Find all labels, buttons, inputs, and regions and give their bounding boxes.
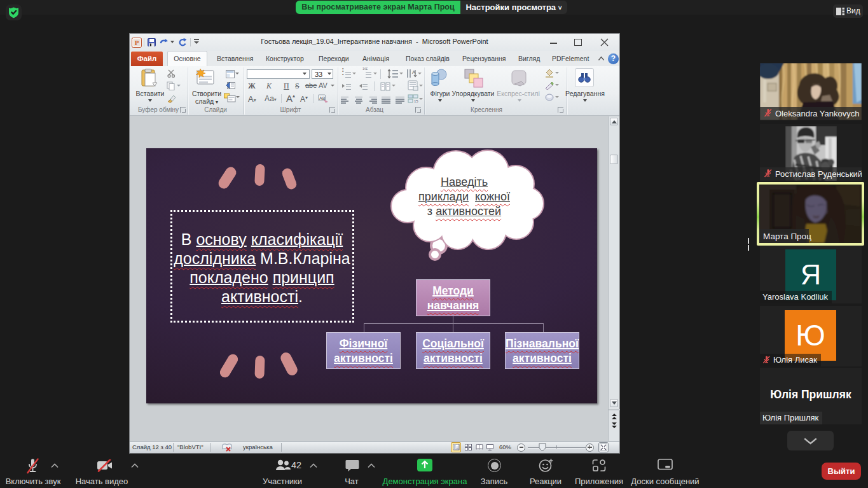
svg-text:АВ: АВ [319, 96, 326, 101]
svg-text:Ростислав Руденський: Ростислав Руденський [775, 169, 862, 179]
svg-text:15: 15 [414, 99, 418, 103]
svg-text:Oleksandra Yankovych: Oleksandra Yankovych [775, 109, 859, 118]
svg-text:Марта Проц: Марта Проц [763, 232, 811, 241]
